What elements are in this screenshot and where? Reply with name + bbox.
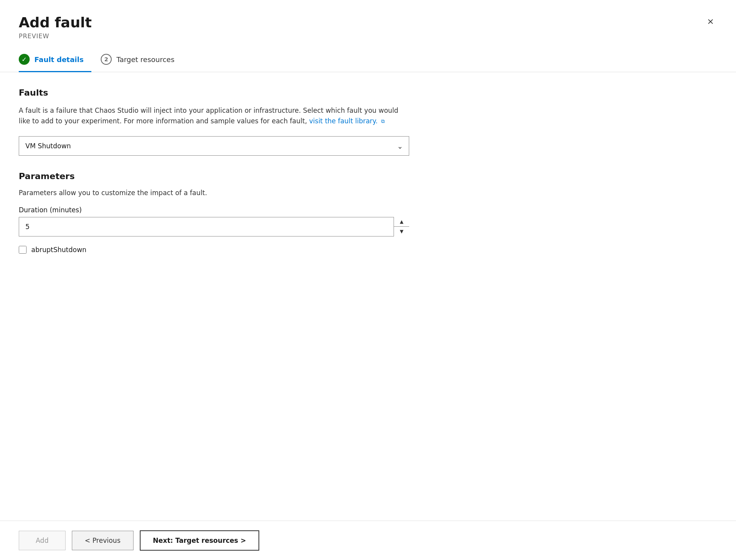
close-button[interactable]: ×	[704, 14, 717, 29]
parameters-section: Parameters Parameters allow you to custo…	[19, 171, 717, 254]
duration-input[interactable]	[19, 217, 409, 236]
tab-fault-details[interactable]: ✓ Fault details	[19, 48, 91, 72]
dialog-subtitle: PREVIEW	[19, 32, 92, 40]
dialog-title-block: Add fault PREVIEW	[19, 14, 92, 40]
params-description: Parameters allow you to customize the im…	[19, 189, 717, 197]
dialog-header: Add fault PREVIEW ×	[0, 0, 736, 48]
tab-fault-details-label: Fault details	[34, 55, 84, 64]
fault-library-link-text: visit the fault library.	[309, 117, 378, 125]
tab-target-resources-label: Target resources	[116, 55, 175, 64]
dialog-content: Faults A fault is a failure that Chaos S…	[0, 72, 736, 521]
duration-label: Duration (minutes)	[19, 206, 717, 214]
add-fault-dialog: Add fault PREVIEW × ✓ Fault details 2 Ta…	[0, 0, 736, 560]
abrupt-shutdown-row: abruptShutdown	[19, 246, 717, 254]
tab-fault-details-icon: ✓	[19, 54, 30, 65]
dialog-footer: Add < Previous Next: Target resources >	[0, 521, 736, 560]
duration-decrement-button[interactable]: ▼	[394, 227, 409, 236]
next-button[interactable]: Next: Target resources >	[140, 530, 260, 551]
faults-description: A fault is a failure that Chaos Studio w…	[19, 105, 409, 126]
fault-select[interactable]: VM Shutdown CPU Pressure Memory Pressure…	[19, 136, 409, 156]
faults-section-title: Faults	[19, 88, 717, 98]
tabs-row: ✓ Fault details 2 Target resources	[0, 48, 736, 72]
previous-button[interactable]: < Previous	[72, 531, 134, 550]
external-link-icon: ⧉	[381, 117, 385, 126]
duration-input-wrapper: ▲ ▼	[19, 217, 409, 236]
add-button[interactable]: Add	[19, 531, 66, 550]
dialog-title: Add fault	[19, 14, 92, 31]
abrupt-shutdown-label: abruptShutdown	[31, 246, 86, 254]
tab-target-resources-icon: 2	[101, 54, 112, 65]
fault-library-link[interactable]: visit the fault library. ⧉	[309, 117, 385, 125]
duration-increment-button[interactable]: ▲	[394, 217, 409, 227]
tab-target-resources-step: 2	[104, 56, 108, 62]
fault-select-wrapper: VM Shutdown CPU Pressure Memory Pressure…	[19, 136, 409, 156]
duration-spinner: ▲ ▼	[394, 217, 409, 236]
abrupt-shutdown-checkbox[interactable]	[19, 246, 27, 254]
checkmark-icon: ✓	[21, 56, 27, 63]
parameters-section-title: Parameters	[19, 171, 717, 181]
tab-target-resources[interactable]: 2 Target resources	[101, 48, 182, 72]
